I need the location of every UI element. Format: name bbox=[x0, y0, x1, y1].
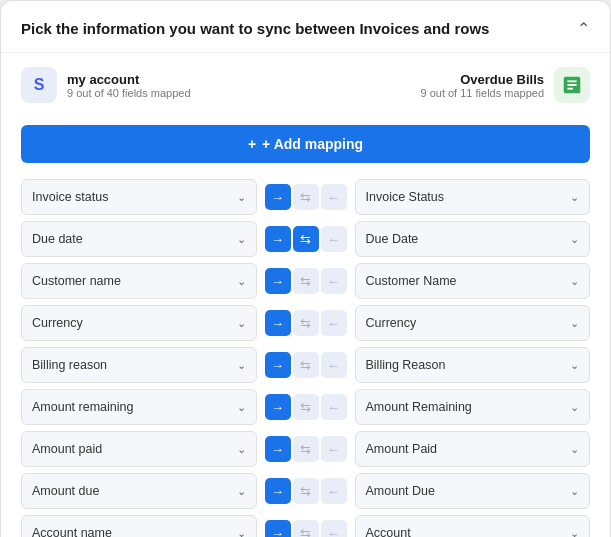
svg-rect-1 bbox=[567, 80, 576, 82]
mapping-row: Invoice status⌄→⇆←Invoice Status⌄ bbox=[21, 179, 590, 215]
sync-right-button[interactable]: → bbox=[265, 310, 291, 336]
left-account-sub: 9 out of 40 fields mapped bbox=[67, 87, 191, 99]
sync-right-button[interactable]: → bbox=[265, 226, 291, 252]
sync-bidirectional-button[interactable]: ⇆ bbox=[293, 184, 319, 210]
sync-bidirectional-button[interactable]: ⇆ bbox=[293, 352, 319, 378]
left-dropdown-5[interactable]: Amount remaining⌄ bbox=[21, 389, 257, 425]
dropdown-chevron-icon: ⌄ bbox=[570, 233, 579, 246]
right-dropdown-5[interactable]: Amount Remaining⌄ bbox=[355, 389, 591, 425]
dropdown-chevron-icon: ⌄ bbox=[237, 443, 246, 456]
collapse-icon[interactable]: ⌃ bbox=[577, 19, 590, 38]
sync-card: Pick the information you want to sync be… bbox=[0, 0, 611, 537]
right-dropdown-8[interactable]: Account⌄ bbox=[355, 515, 591, 537]
sync-left-button[interactable]: ← bbox=[321, 226, 347, 252]
mapping-row: Currency⌄→⇆←Currency⌄ bbox=[21, 305, 590, 341]
sync-bidirectional-button[interactable]: ⇆ bbox=[293, 436, 319, 462]
left-dropdown-0[interactable]: Invoice status⌄ bbox=[21, 179, 257, 215]
left-dropdown-6[interactable]: Amount paid⌄ bbox=[21, 431, 257, 467]
sync-left-button[interactable]: ← bbox=[321, 436, 347, 462]
sync-left-button[interactable]: ← bbox=[321, 520, 347, 537]
left-dropdown-7[interactable]: Amount due⌄ bbox=[21, 473, 257, 509]
left-dropdown-4[interactable]: Billing reason⌄ bbox=[21, 347, 257, 383]
dropdown-chevron-icon: ⌄ bbox=[237, 401, 246, 414]
sync-right-button[interactable]: → bbox=[265, 394, 291, 420]
sync-left-button[interactable]: ← bbox=[321, 394, 347, 420]
right-field-label: Amount Paid bbox=[366, 442, 438, 456]
left-dropdown-3[interactable]: Currency⌄ bbox=[21, 305, 257, 341]
accounts-row: S my account 9 out of 40 fields mapped O… bbox=[1, 53, 610, 117]
dropdown-chevron-icon: ⌄ bbox=[570, 191, 579, 204]
svg-rect-3 bbox=[567, 88, 573, 90]
dropdown-chevron-icon: ⌄ bbox=[570, 527, 579, 538]
sync-controls: →⇆← bbox=[265, 394, 347, 420]
sync-bidirectional-button[interactable]: ⇆ bbox=[293, 394, 319, 420]
sync-left-button[interactable]: ← bbox=[321, 352, 347, 378]
left-field-label: Amount due bbox=[32, 484, 99, 498]
sync-right-button[interactable]: → bbox=[265, 520, 291, 537]
right-dropdown-1[interactable]: Due Date⌄ bbox=[355, 221, 591, 257]
right-account-icon bbox=[554, 67, 590, 103]
right-account-name: Overdue Bills bbox=[460, 72, 544, 87]
add-mapping-label: + Add mapping bbox=[262, 136, 363, 152]
add-mapping-plus: + bbox=[248, 136, 256, 152]
mapping-row: Amount remaining⌄→⇆←Amount Remaining⌄ bbox=[21, 389, 590, 425]
sync-controls: →⇆← bbox=[265, 226, 347, 252]
right-field-label: Invoice Status bbox=[366, 190, 445, 204]
sync-right-button[interactable]: → bbox=[265, 184, 291, 210]
left-field-label: Invoice status bbox=[32, 190, 108, 204]
sync-right-button[interactable]: → bbox=[265, 436, 291, 462]
sync-right-button[interactable]: → bbox=[265, 478, 291, 504]
right-field-label: Customer Name bbox=[366, 274, 457, 288]
left-dropdown-8[interactable]: Account name⌄ bbox=[21, 515, 257, 537]
add-mapping-button[interactable]: + + Add mapping bbox=[21, 125, 590, 163]
right-field-label: Account bbox=[366, 526, 411, 537]
right-account-sub: 9 out of 11 fields mapped bbox=[420, 87, 544, 99]
sync-bidirectional-button[interactable]: ⇆ bbox=[293, 520, 319, 537]
left-account-info: my account 9 out of 40 fields mapped bbox=[67, 72, 191, 99]
sync-right-button[interactable]: → bbox=[265, 268, 291, 294]
dropdown-chevron-icon: ⌄ bbox=[570, 275, 579, 288]
sync-left-button[interactable]: ← bbox=[321, 268, 347, 294]
sync-left-button[interactable]: ← bbox=[321, 478, 347, 504]
sync-controls: →⇆← bbox=[265, 478, 347, 504]
mapping-row: Customer name⌄→⇆←Customer Name⌄ bbox=[21, 263, 590, 299]
sync-controls: →⇆← bbox=[265, 520, 347, 537]
left-field-label: Account name bbox=[32, 526, 112, 537]
right-dropdown-2[interactable]: Customer Name⌄ bbox=[355, 263, 591, 299]
left-dropdown-2[interactable]: Customer name⌄ bbox=[21, 263, 257, 299]
sync-bidirectional-button[interactable]: ⇆ bbox=[293, 268, 319, 294]
mapping-row: Due date⌄→⇆←Due Date⌄ bbox=[21, 221, 590, 257]
right-dropdown-3[interactable]: Currency⌄ bbox=[355, 305, 591, 341]
sync-bidirectional-button[interactable]: ⇆ bbox=[293, 478, 319, 504]
right-account: Overdue Bills 9 out of 11 fields mapped bbox=[420, 67, 590, 103]
left-field-label: Amount remaining bbox=[32, 400, 133, 414]
left-field-label: Customer name bbox=[32, 274, 121, 288]
dropdown-chevron-icon: ⌄ bbox=[570, 485, 579, 498]
right-dropdown-0[interactable]: Invoice Status⌄ bbox=[355, 179, 591, 215]
dropdown-chevron-icon: ⌄ bbox=[237, 359, 246, 372]
left-field-label: Due date bbox=[32, 232, 83, 246]
card-title: Pick the information you want to sync be… bbox=[21, 20, 489, 37]
sync-bidirectional-button[interactable]: ⇆ bbox=[293, 310, 319, 336]
right-dropdown-4[interactable]: Billing Reason⌄ bbox=[355, 347, 591, 383]
dropdown-chevron-icon: ⌄ bbox=[237, 485, 246, 498]
right-dropdown-6[interactable]: Amount Paid⌄ bbox=[355, 431, 591, 467]
dropdown-chevron-icon: ⌄ bbox=[570, 359, 579, 372]
sync-bidirectional-button[interactable]: ⇆ bbox=[293, 226, 319, 252]
left-dropdown-1[interactable]: Due date⌄ bbox=[21, 221, 257, 257]
sync-left-button[interactable]: ← bbox=[321, 310, 347, 336]
dropdown-chevron-icon: ⌄ bbox=[570, 401, 579, 414]
right-field-label: Amount Due bbox=[366, 484, 435, 498]
right-field-label: Billing Reason bbox=[366, 358, 446, 372]
left-account-icon: S bbox=[21, 67, 57, 103]
left-field-label: Amount paid bbox=[32, 442, 102, 456]
left-account: S my account 9 out of 40 fields mapped bbox=[21, 67, 191, 103]
sync-right-button[interactable]: → bbox=[265, 352, 291, 378]
sync-controls: →⇆← bbox=[265, 268, 347, 294]
dropdown-chevron-icon: ⌄ bbox=[570, 443, 579, 456]
mapping-row: Account name⌄→⇆←Account⌄ bbox=[21, 515, 590, 537]
mappings-list: Invoice status⌄→⇆←Invoice Status⌄Due dat… bbox=[1, 175, 610, 537]
right-dropdown-7[interactable]: Amount Due⌄ bbox=[355, 473, 591, 509]
sync-controls: →⇆← bbox=[265, 184, 347, 210]
sync-left-button[interactable]: ← bbox=[321, 184, 347, 210]
